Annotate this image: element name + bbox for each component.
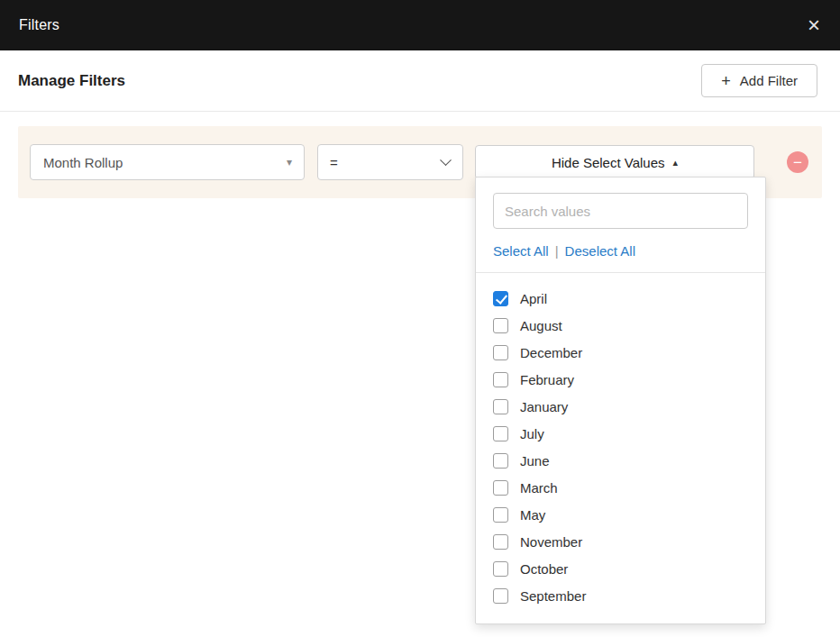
checkbox[interactable] (493, 372, 508, 387)
list-item-label: June (520, 453, 550, 469)
links-separator: | (555, 243, 559, 259)
add-filter-label: Add Filter (740, 73, 798, 88)
remove-filter-button[interactable]: − (787, 151, 808, 173)
checkbox[interactable] (493, 588, 508, 604)
select-links-row: Select All | Deselect All (493, 243, 748, 259)
list-item-label: January (520, 399, 568, 414)
values-dropdown-panel: Select All | Deselect All April August D… (475, 177, 766, 624)
values-panel-top: Select All | Deselect All (476, 193, 765, 259)
list-item[interactable]: December (493, 339, 748, 366)
list-item[interactable]: November (493, 528, 748, 555)
list-item-label: April (520, 291, 547, 306)
values-checkbox-list: April August December February January J… (476, 273, 765, 611)
checkbox[interactable] (493, 345, 508, 360)
modal-title: Filters (19, 17, 59, 33)
column-select[interactable]: Month Rollup ▾ (30, 144, 305, 180)
list-item-label: October (520, 561, 568, 577)
minus-icon: − (793, 155, 802, 170)
list-item-label: March (520, 480, 558, 496)
checkbox[interactable] (493, 534, 508, 550)
list-item[interactable]: September (493, 582, 748, 609)
list-item-label: July (520, 426, 544, 441)
list-item-label: September (520, 588, 586, 604)
list-item-label: February (520, 372, 574, 387)
hide-select-values-button[interactable]: Hide Select Values ▴ (475, 145, 754, 179)
list-item[interactable]: March (493, 474, 748, 501)
plus-icon: + (721, 73, 731, 89)
chevron-down-icon (440, 154, 452, 166)
checkbox[interactable] (493, 291, 508, 306)
search-values-input[interactable] (493, 193, 748, 229)
list-item[interactable]: February (493, 366, 748, 393)
close-icon[interactable]: × (808, 14, 820, 36)
caret-down-icon: ▾ (287, 156, 292, 168)
checkbox[interactable] (493, 318, 508, 333)
list-item[interactable]: October (493, 555, 748, 582)
manage-filters-bar: Manage Filters + Add Filter (0, 50, 840, 111)
list-item-label: December (520, 345, 582, 360)
select-all-link[interactable]: Select All (493, 243, 549, 259)
page-title: Manage Filters (18, 72, 125, 90)
list-item[interactable]: August (493, 312, 748, 339)
deselect-all-link[interactable]: Deselect All (565, 243, 635, 259)
list-item-label: November (520, 534, 582, 550)
checkbox[interactable] (493, 507, 508, 523)
operator-select[interactable]: = (317, 144, 463, 180)
add-filter-button[interactable]: + Add Filter (701, 64, 817, 97)
checkbox[interactable] (493, 561, 508, 577)
list-item[interactable]: May (493, 501, 748, 528)
checkbox[interactable] (493, 426, 508, 441)
list-item[interactable]: June (493, 447, 748, 474)
list-item[interactable]: July (493, 420, 748, 447)
list-item-label: May (520, 507, 545, 523)
checkbox[interactable] (493, 480, 508, 496)
list-item[interactable]: April (493, 285, 748, 312)
column-select-value: Month Rollup (43, 155, 123, 170)
list-item-label: August (520, 318, 562, 333)
operator-select-value: = (330, 155, 338, 170)
caret-up-icon: ▴ (673, 157, 679, 168)
values-button-label: Hide Select Values (552, 155, 665, 170)
checkbox[interactable] (493, 453, 508, 469)
checkbox[interactable] (493, 399, 508, 414)
list-item[interactable]: January (493, 393, 748, 420)
modal-header: Filters × (0, 0, 840, 50)
